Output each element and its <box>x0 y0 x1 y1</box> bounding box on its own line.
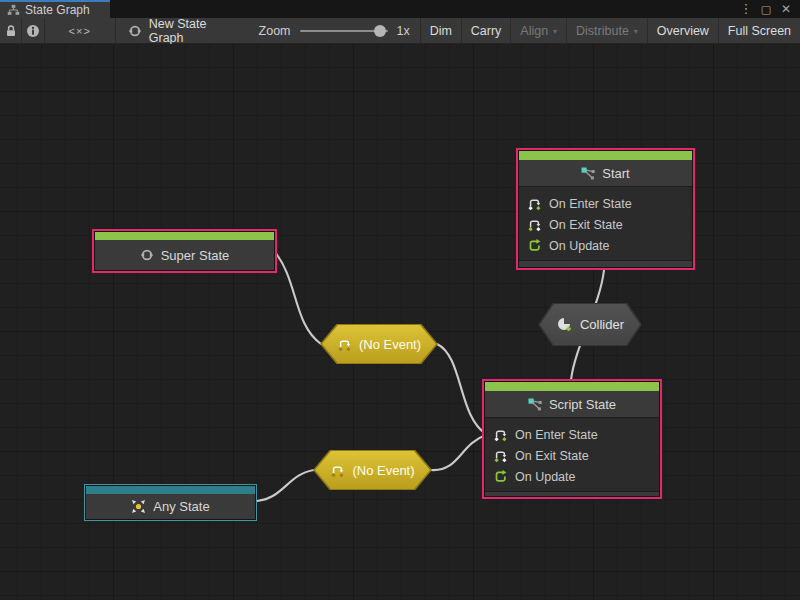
zoom-label: Zoom <box>259 24 291 38</box>
hexagon-border: (No Event) <box>313 450 432 490</box>
selection-border: Start <box>516 148 695 270</box>
state-graph-icon <box>128 24 142 38</box>
event-on-update[interactable]: On Update <box>519 235 692 256</box>
tab-strip: State Graph ⋮ ▢ ✕ <box>0 0 800 18</box>
tab-title: State Graph <box>25 3 90 17</box>
state-header-bar <box>95 232 274 240</box>
tab-state-graph[interactable]: State Graph <box>0 0 110 18</box>
wire-superstate-to-noevent <box>274 251 321 344</box>
any-state-border: Any State <box>84 484 257 521</box>
info-icon <box>26 24 40 38</box>
event-label: On Update <box>515 470 575 484</box>
collider-icon <box>556 316 573 333</box>
node-collider[interactable]: Collider <box>538 303 642 346</box>
distribute-button[interactable]: Distribute ▾ <box>567 18 647 43</box>
no-event-icon <box>330 463 345 478</box>
event-on-enter-state[interactable]: On Enter State <box>519 193 692 214</box>
wire-anystate-to-noevent <box>257 470 314 501</box>
event-label: On Update <box>549 239 609 253</box>
on-update-icon <box>493 469 508 484</box>
state-header-bar <box>485 382 659 391</box>
event-on-enter-state[interactable]: On Enter State <box>485 424 659 445</box>
event-list: On Enter State On Ex <box>519 187 692 260</box>
event-label: On Exit State <box>549 218 623 232</box>
distribute-label: Distribute <box>576 24 629 38</box>
node-title-row[interactable]: Super State <box>95 240 274 270</box>
chevron-down-icon: ▾ <box>634 27 638 36</box>
toolbar: <×> New State Graph Zoom 1x Dim <box>0 18 800 44</box>
event-on-exit-state[interactable]: On Exit State <box>485 445 659 466</box>
hexagon-border: (No Event) <box>320 324 438 364</box>
node-super-state[interactable]: Super State <box>92 229 277 273</box>
zoom-slider[interactable] <box>300 24 388 38</box>
node-title: Super State <box>161 248 230 263</box>
align-label: Align <box>520 24 548 38</box>
event-list: On Enter State On Ex <box>485 418 659 491</box>
any-state-icon <box>131 499 146 514</box>
hexagon-border: Collider <box>538 303 642 346</box>
node-title-row[interactable]: Start <box>519 160 692 186</box>
event-label: On Exit State <box>515 449 589 463</box>
event-label: On Enter State <box>549 197 632 211</box>
dim-button[interactable]: Dim <box>421 18 461 43</box>
event-on-exit-state[interactable]: On Exit State <box>519 214 692 235</box>
any-state-header-bar <box>86 486 255 494</box>
align-button[interactable]: Align ▾ <box>511 18 566 43</box>
on-enter-state-icon <box>527 196 542 211</box>
no-event-icon <box>337 337 352 352</box>
state-graph-icon <box>140 248 154 262</box>
lock-button[interactable] <box>0 18 21 43</box>
node-footer <box>485 491 659 496</box>
selection-border: Super State <box>92 229 277 273</box>
graph-canvas[interactable]: Super State <box>0 44 800 600</box>
kebab-menu-icon[interactable]: ⋮ <box>738 1 754 17</box>
node-script-state[interactable]: Script State <box>482 379 662 499</box>
event-on-update[interactable]: On Update <box>485 466 659 487</box>
node-label: Collider <box>580 317 624 332</box>
on-exit-state-icon <box>527 217 542 232</box>
node-title: Script State <box>549 397 616 412</box>
chevron-down-icon: ▾ <box>553 27 557 36</box>
node-no-event-bottom[interactable]: (No Event) <box>313 450 432 490</box>
wire-noevent-to-scriptstate <box>437 344 486 434</box>
event-label: On Enter State <box>515 428 598 442</box>
on-update-icon <box>527 238 542 253</box>
node-title: Any State <box>153 499 209 514</box>
on-enter-state-icon <box>493 427 508 442</box>
graph-title: New State Graph <box>149 17 237 45</box>
zoom-slider-handle[interactable] <box>374 25 386 37</box>
code-icon: <×> <box>69 25 91 37</box>
wire-noevent2-to-scriptstate <box>431 435 486 470</box>
node-footer <box>519 260 692 267</box>
lock-icon <box>5 24 17 38</box>
zoom-value: 1x <box>397 24 410 38</box>
full-screen-button[interactable]: Full Screen <box>719 18 800 43</box>
code-view-button[interactable]: <×> <box>45 18 115 43</box>
state-header-bar <box>519 151 692 160</box>
node-title-row[interactable]: Any State <box>86 494 255 519</box>
selection-border: Script State <box>482 379 662 499</box>
transition-icon <box>528 398 542 411</box>
node-label: (No Event) <box>352 463 414 478</box>
graph-title-button[interactable]: New State Graph <box>116 18 249 43</box>
transition-icon <box>581 167 595 180</box>
carry-button[interactable]: Carry <box>462 18 511 43</box>
state-graph-window: State Graph ⋮ ▢ ✕ <box>0 0 800 600</box>
node-start[interactable]: Start <box>516 148 695 270</box>
hierarchy-icon <box>7 4 20 16</box>
zoom-control: Zoom 1x <box>249 18 420 43</box>
maximize-icon[interactable]: ▢ <box>758 1 774 17</box>
node-any-state[interactable]: Any State <box>84 484 257 521</box>
node-no-event-top[interactable]: (No Event) <box>320 324 438 364</box>
node-label: (No Event) <box>359 337 421 352</box>
window-controls: ⋮ ▢ ✕ <box>738 0 800 18</box>
node-title: Start <box>602 166 629 181</box>
node-title-row[interactable]: Script State <box>485 391 659 417</box>
info-button[interactable] <box>22 18 43 43</box>
on-exit-state-icon <box>493 448 508 463</box>
close-icon[interactable]: ✕ <box>778 1 794 17</box>
overview-button[interactable]: Overview <box>648 18 718 43</box>
